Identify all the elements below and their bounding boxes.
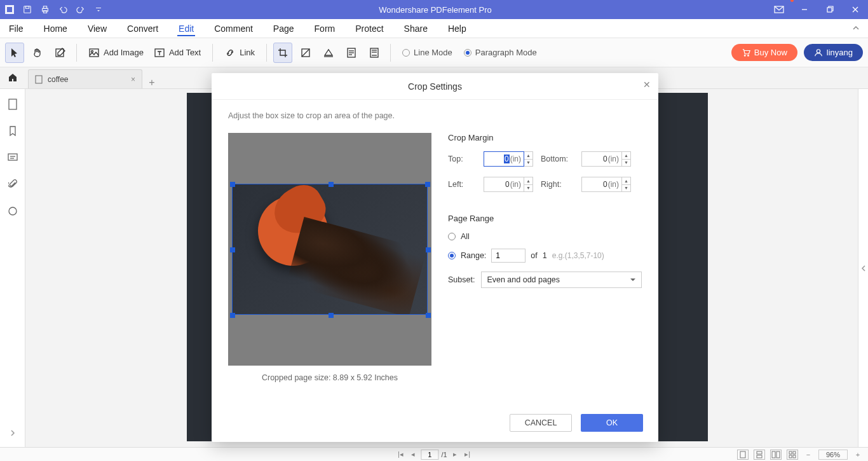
crop-tool-icon[interactable] [273,43,292,63]
range-input[interactable] [491,249,526,263]
add-image-button[interactable]: Add Image [83,43,149,63]
crop-handle[interactable] [230,247,235,252]
expand-right-panel-icon[interactable] [858,89,868,447]
crop-handle[interactable] [426,247,431,252]
left-margin-spinner[interactable]: ▲▼ [524,177,533,192]
single-page-view-icon[interactable] [737,450,749,460]
left-label: Left: [448,180,481,189]
qat-more-icon[interactable] [93,4,104,15]
minimize-button[interactable] [792,0,817,19]
document-tab[interactable]: coffee × [28,69,142,88]
menu-file[interactable]: File [8,21,25,36]
menu-share[interactable]: Share [403,21,429,36]
watermark-tool-icon[interactable] [296,43,315,63]
svg-rect-40 [776,451,780,458]
grid-view-icon[interactable] [787,450,798,460]
link-icon [224,47,236,58]
zoom-out-icon[interactable]: − [803,451,813,458]
bates-tool-icon[interactable] [365,43,384,63]
add-tab-button[interactable]: + [142,77,161,88]
edit-tool-icon[interactable] [51,43,70,63]
menu-edit[interactable]: Edit [177,21,195,36]
right-margin-spinner[interactable]: ▲▼ [622,177,631,192]
close-button[interactable] [843,0,868,19]
hand-tool-icon[interactable] [28,43,47,63]
app-logo-icon [0,5,19,14]
continuous-view-icon[interactable] [754,450,765,460]
menu-home[interactable]: Home [43,21,69,36]
side-panel [0,89,25,447]
svg-point-28 [747,55,749,56]
top-margin-spinner[interactable]: ▲▼ [524,151,533,167]
buy-now-button[interactable]: Buy Now [731,44,797,61]
menu-comment[interactable]: Comment [213,21,254,36]
save-icon[interactable] [22,4,33,15]
bookmarks-icon[interactable] [6,125,19,137]
expand-panel-icon[interactable] [6,427,19,439]
range-total: 1 [543,251,547,260]
zoom-in-icon[interactable]: + [853,451,863,458]
crop-handle[interactable] [230,182,235,187]
home-tab-icon[interactable] [0,67,25,88]
print-icon[interactable] [39,4,51,15]
first-page-icon[interactable]: |◂ [395,450,405,458]
dialog-close-icon[interactable]: ✕ [643,79,651,90]
maximize-button[interactable] [817,0,843,19]
add-text-button[interactable]: Add Text [149,43,206,63]
crop-preview[interactable] [228,133,431,366]
cancel-button[interactable]: CANCEL [510,414,572,432]
menu-help[interactable]: Help [447,21,468,36]
crop-handle[interactable] [230,313,235,318]
cart-icon [742,48,750,57]
document-tab-label: coffee [48,75,68,84]
next-page-icon[interactable]: ▸ [450,450,460,458]
crop-handle[interactable] [329,313,334,318]
right-margin-input[interactable]: 0(in) [581,177,622,192]
collapse-ribbon-icon[interactable] [851,25,860,32]
crop-handle[interactable] [425,182,430,187]
background-tool-icon[interactable] [319,43,338,63]
mail-icon[interactable] [766,0,792,19]
menu-convert[interactable]: Convert [126,21,159,36]
range-range-radio[interactable] [448,252,456,259]
undo-icon[interactable] [57,4,69,15]
svg-rect-5 [43,6,46,9]
subset-select[interactable]: Even and odd pages [481,272,642,288]
crop-handle[interactable] [329,182,334,187]
comments-icon[interactable] [6,151,19,164]
zoom-level[interactable]: 96% [818,450,848,460]
user-account-button[interactable]: linyang [804,44,863,61]
top-margin-input[interactable]: 0(in) [484,151,524,167]
range-all-radio[interactable] [448,233,456,240]
header-footer-tool-icon[interactable] [342,43,361,63]
menu-page[interactable]: Page [272,21,295,36]
crop-frame[interactable] [232,184,428,315]
menu-view[interactable]: View [86,21,108,36]
crop-handle[interactable] [426,313,431,318]
attachments-icon[interactable] [6,178,19,191]
redo-icon[interactable] [75,4,86,15]
menu-form[interactable]: Form [313,21,337,36]
bottom-margin-spinner[interactable]: ▲▼ [622,151,631,167]
close-tab-icon[interactable]: × [131,75,135,84]
bottom-margin-input[interactable]: 0(in) [581,151,622,167]
prev-page-icon[interactable]: ◂ [408,450,418,458]
ok-button[interactable]: OK [581,414,643,432]
two-page-view-icon[interactable] [770,450,782,460]
page-number-input[interactable] [421,450,438,460]
svg-rect-38 [757,455,762,458]
svg-rect-44 [793,455,796,458]
search-panel-icon[interactable] [6,205,19,217]
thumbnails-icon[interactable] [6,98,19,111]
link-button[interactable]: Link [219,43,260,63]
last-page-icon[interactable]: ▸| [463,450,473,458]
left-margin-input[interactable]: 0(in) [484,177,524,192]
text-icon [154,47,165,58]
svg-point-27 [744,55,745,56]
line-mode-radio[interactable]: Line Mode [402,48,452,57]
paragraph-mode-radio[interactable]: Paragraph Mode [464,48,537,57]
status-bar: |◂ ◂ /1 ▸ ▸| − 96% + [0,447,868,461]
select-tool-icon[interactable] [5,43,24,63]
menu-protect[interactable]: Protect [354,21,384,36]
app-title: Wondershare PDFelement Pro [104,5,766,15]
